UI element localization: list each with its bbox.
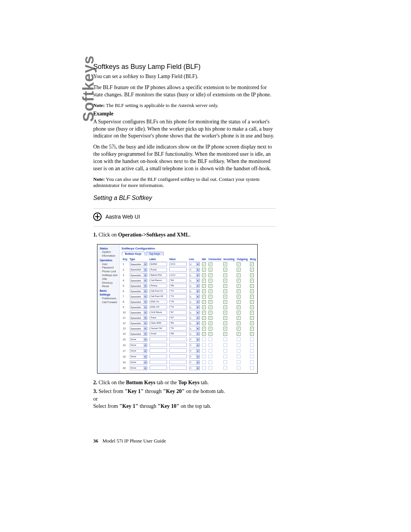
cell-label[interactable]: Call Fwd On [148, 289, 168, 294]
cell-incoming[interactable] [222, 321, 236, 326]
cell-type[interactable]: Speeddial▾ [129, 326, 148, 331]
cell-incoming[interactable] [222, 326, 236, 331]
cell-outgoing[interactable] [236, 331, 249, 337]
nav-link-reset[interactable]: Reset [100, 284, 118, 288]
cell-type[interactable]: Speeddial▾ [129, 261, 148, 267]
cell-label[interactable]: Cancel CW [148, 326, 168, 331]
cell-busy[interactable] [249, 342, 257, 348]
cell-label[interactable]: DND On [148, 299, 168, 305]
cell-connected[interactable] [207, 299, 223, 305]
cell-line[interactable]: 1▾ [188, 331, 201, 337]
cell-idle[interactable] [201, 267, 207, 273]
cell-label[interactable]: Call Return [148, 278, 168, 283]
cell-incoming[interactable] [222, 305, 236, 310]
cell-incoming[interactable] [222, 294, 236, 299]
cell-value[interactable] [168, 342, 188, 348]
cell-outgoing[interactable] [236, 354, 249, 359]
cell-line[interactable]: 1▾ [188, 289, 201, 294]
cell-label[interactable] [148, 342, 168, 348]
cell-type[interactable]: Speeddial▾ [129, 305, 148, 310]
cell-incoming[interactable] [222, 261, 236, 267]
cell-connected[interactable] [207, 315, 223, 321]
cell-idle[interactable] [201, 289, 207, 294]
cell-busy[interactable] [249, 359, 257, 365]
cell-incoming[interactable] [222, 359, 236, 365]
cell-connected[interactable] [207, 294, 223, 299]
cell-label[interactable] [148, 337, 168, 342]
cell-connected[interactable] [207, 337, 223, 342]
cell-outgoing[interactable] [236, 267, 249, 273]
cell-idle[interactable] [201, 261, 207, 267]
cell-idle[interactable] [201, 321, 207, 326]
cell-value[interactable]: 1111 [168, 273, 188, 278]
cell-value[interactable] [168, 267, 188, 273]
cell-incoming[interactable] [222, 299, 236, 305]
cell-incoming[interactable] [222, 289, 236, 294]
cell-line[interactable]: 1▾ [188, 315, 201, 321]
cell-label[interactable]: Vmail [148, 331, 168, 337]
cell-line[interactable]: 1▾ [188, 267, 201, 273]
cell-type[interactable]: None▾ [129, 365, 148, 371]
cell-connected[interactable] [207, 348, 223, 354]
cell-type[interactable]: Speeddial▾ [129, 267, 148, 273]
cell-busy[interactable] [249, 315, 257, 321]
cell-busy[interactable] [249, 365, 257, 371]
cell-label[interactable]: CLID Block [148, 310, 168, 315]
cell-line[interactable]: 1▾ [188, 278, 201, 283]
cell-line[interactable]: 1▾ [188, 326, 201, 331]
cell-incoming[interactable] [222, 337, 236, 342]
cell-label[interactable]: Portal [148, 267, 168, 273]
cell-connected[interactable] [207, 354, 223, 359]
cell-busy[interactable] [249, 331, 257, 337]
cell-outgoing[interactable] [236, 310, 249, 315]
cell-label[interactable] [148, 348, 168, 354]
cell-value[interactable]: *78 [168, 299, 188, 305]
cell-busy[interactable] [249, 337, 257, 342]
cell-line[interactable]: 1▾ [188, 337, 201, 342]
nav-link-call-forward[interactable]: Call Forward [100, 300, 118, 304]
cell-idle[interactable] [201, 278, 207, 283]
nav-link-system-info[interactable]: System Information [100, 250, 118, 258]
tab-bottom-keys[interactable]: Bottom Keys [122, 252, 145, 256]
cell-label[interactable]: Call Fwd Off [148, 294, 168, 299]
cell-busy[interactable] [249, 273, 257, 278]
cell-idle[interactable] [201, 273, 207, 278]
cell-type[interactable]: Speeddial▾ [129, 278, 148, 283]
cell-type[interactable]: Speeddial▾ [129, 315, 148, 321]
cell-value[interactable]: *99 [168, 321, 188, 326]
cell-connected[interactable] [207, 359, 223, 365]
cell-busy[interactable] [249, 261, 257, 267]
cell-connected[interactable] [207, 305, 223, 310]
cell-connected[interactable] [207, 278, 223, 283]
cell-type[interactable]: Speeddial▾ [129, 310, 148, 315]
cell-incoming[interactable] [222, 354, 236, 359]
cell-label[interactable]: Trace [148, 315, 168, 321]
cell-busy[interactable] [249, 310, 257, 315]
cell-busy[interactable] [249, 283, 257, 289]
cell-line[interactable]: 1▾ [188, 310, 201, 315]
cell-outgoing[interactable] [236, 315, 249, 321]
cell-line[interactable]: 1▾ [188, 348, 201, 354]
cell-idle[interactable] [201, 359, 207, 365]
nav-link-user-password[interactable]: User Password [100, 262, 118, 270]
cell-label[interactable]: Clear MWI [148, 321, 168, 326]
cell-incoming[interactable] [222, 267, 236, 273]
cell-idle[interactable] [201, 348, 207, 354]
cell-type[interactable]: Speeddial▾ [129, 289, 148, 294]
cell-outgoing[interactable] [236, 278, 249, 283]
cell-line[interactable]: 1▾ [188, 283, 201, 289]
cell-idle[interactable] [201, 326, 207, 331]
nav-link-directory[interactable]: Directory [100, 281, 118, 285]
cell-type[interactable]: Speeddial▾ [129, 321, 148, 326]
cell-outgoing[interactable] [236, 294, 249, 299]
cell-outgoing[interactable] [236, 283, 249, 289]
cell-outgoing[interactable] [236, 365, 249, 371]
cell-value[interactable]: 1111 [168, 261, 188, 267]
cell-type[interactable]: None▾ [129, 348, 148, 354]
cell-incoming[interactable] [222, 331, 236, 337]
cell-incoming[interactable] [222, 348, 236, 354]
cell-outgoing[interactable] [236, 342, 249, 348]
cell-value[interactable] [168, 365, 188, 371]
cell-type[interactable]: Speeddial▾ [129, 283, 148, 289]
nav-link-phone-lock[interactable]: Phone Lock [100, 270, 118, 273]
